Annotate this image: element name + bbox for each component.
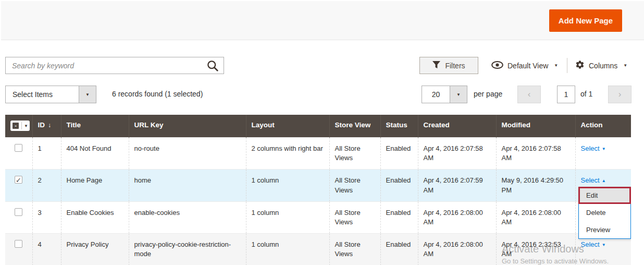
cell-title: Enable Cookies (61, 201, 129, 233)
cell-layout: 1 column (246, 234, 329, 265)
column-header-layout[interactable]: Layout (246, 115, 329, 138)
add-new-page-button[interactable]: Add New Page (549, 9, 622, 32)
column-header-created[interactable]: Created (418, 115, 496, 138)
indeterminate-checkbox-icon: - (13, 123, 19, 129)
keyword-search-box (5, 57, 224, 74)
row-action-select[interactable]: Select▼ (581, 144, 606, 152)
cell-id: 3 (32, 201, 61, 233)
mass-action-label: Select Items (6, 86, 79, 103)
cell-status: Enabled (380, 138, 418, 170)
column-header-store-view[interactable]: Store View (329, 115, 380, 138)
cell-title: 404 Not Found (61, 138, 129, 170)
table-row-selected: 2 Home Page home 1 column All Store View… (5, 170, 631, 201)
per-page-value: 20 (422, 86, 450, 103)
chevron-down-icon: ▼ (450, 86, 467, 103)
search-icon[interactable] (207, 60, 218, 74)
filter-funnel-icon (432, 61, 440, 70)
cell-modified: Apr 4, 2016 2:32:53 AM (496, 234, 575, 265)
cell-modified: May 9, 2016 4:29:50 PM (496, 170, 575, 201)
filters-label: Filters (445, 62, 465, 70)
cell-id: 1 (32, 138, 61, 170)
sort-desc-icon: ↓ (48, 122, 51, 129)
chevron-down-icon: ▼ (554, 63, 558, 68)
cell-url-key: home (129, 170, 246, 201)
gear-icon (575, 60, 585, 71)
cell-store-view: All Store Views (329, 170, 380, 201)
records-summary: 6 records found (1 selected) (112, 90, 203, 98)
filters-button[interactable]: Filters (419, 57, 478, 74)
select-all-dropdown[interactable]: - ▼ (10, 121, 30, 131)
cell-id: 4 (32, 234, 61, 265)
cell-created: Apr 4, 2016 2:08:00 AM (418, 234, 496, 265)
cell-created: Apr 4, 2016 2:08:00 AM (418, 201, 496, 233)
chevron-down-icon: ▼ (602, 147, 606, 151)
cell-store-view: All Store Views (329, 201, 380, 233)
row-checkbox-checked[interactable] (15, 176, 22, 184)
columns-label: Columns (589, 62, 617, 70)
column-header-title[interactable]: Title (61, 115, 129, 138)
table-row: 1 404 Not Found no-route 2 columns with … (5, 138, 631, 170)
cell-store-view: All Store Views (329, 234, 380, 265)
cell-created: Apr 4, 2016 2:07:59 AM (418, 170, 496, 201)
per-page-dropdown[interactable]: 20 ▼ (422, 86, 467, 103)
grid-actions-row: Select Items ▼ 6 records found (1 select… (5, 86, 644, 103)
toolbar-divider (567, 58, 567, 73)
total-pages-label: of 1 (580, 90, 592, 98)
column-header-status[interactable]: Status (380, 115, 418, 138)
chevron-up-icon: ▲ (602, 178, 606, 183)
table-row: 4 Privacy Policy privacy-policy-cookie-r… (5, 234, 631, 265)
cell-url-key: privacy-policy-cookie-restriction-mode (129, 234, 246, 265)
columns-control[interactable]: Columns ▼ (575, 57, 627, 74)
column-header-action: Action (575, 115, 631, 138)
column-header-id[interactable]: ID↓ (32, 115, 61, 138)
row-action-select[interactable]: Select▼ (581, 240, 606, 248)
row-action-select-open[interactable]: Select▲ (581, 176, 606, 184)
cell-created: Apr 4, 2016 2:07:58 AM (418, 138, 496, 170)
per-page-label: per page (474, 90, 502, 98)
action-menu-item-preview[interactable]: Preview (579, 221, 630, 238)
table-row: 3 Enable Cookies enable-cookies 1 column… (5, 201, 631, 233)
grid-header-row: - ▼ ID↓ Title URL Key Layout Store View … (5, 115, 631, 138)
column-header-modified[interactable]: Modified (496, 115, 575, 138)
column-header-url-key[interactable]: URL Key (129, 115, 246, 138)
default-view-label: Default View (507, 62, 548, 70)
mass-action-dropdown[interactable]: Select Items ▼ (5, 86, 96, 103)
cell-modified: Apr 4, 2016 2:07:58 AM (496, 138, 575, 170)
grid-controls-row: Filters Default View ▼ Columns ▼ (5, 57, 644, 74)
chevron-down-icon: ▼ (602, 243, 606, 247)
cell-status: Enabled (380, 201, 418, 233)
cell-layout: 1 column (246, 170, 329, 201)
eye-icon (491, 61, 503, 70)
search-input[interactable] (6, 57, 224, 74)
previous-page-button[interactable]: ‹ (517, 86, 541, 103)
current-page-input[interactable] (557, 86, 575, 103)
cell-layout: 2 columns with right bar (246, 138, 329, 170)
row-checkbox[interactable] (15, 208, 22, 216)
default-view-control[interactable]: Default View ▼ (491, 57, 558, 74)
cell-title: Privacy Policy (61, 234, 129, 265)
cell-layout: 1 column (246, 201, 329, 233)
next-page-button[interactable]: › (608, 86, 631, 103)
cell-store-view: All Store Views (329, 138, 380, 170)
cell-id: 2 (32, 170, 61, 201)
cell-url-key: no-route (129, 138, 246, 170)
cell-status: Enabled (380, 234, 418, 265)
row-action-menu: Edit Delete Preview (578, 187, 631, 239)
action-menu-item-delete[interactable]: Delete (579, 204, 630, 221)
cms-pages-grid: - ▼ ID↓ Title URL Key Layout Store View … (5, 115, 631, 265)
cell-url-key: enable-cookies (129, 201, 246, 233)
cell-status: Enabled (380, 170, 418, 201)
row-checkbox[interactable] (15, 144, 22, 152)
chevron-down-icon: ▼ (24, 124, 28, 128)
row-checkbox[interactable] (15, 240, 22, 248)
page-header-band: Add New Page (1, 1, 644, 40)
chevron-down-icon: ▼ (623, 63, 627, 68)
action-menu-item-edit[interactable]: Edit (578, 187, 631, 204)
cell-modified: Apr 4, 2016 2:08:00 AM (496, 201, 575, 233)
cms-pages-screen: Add New Page Filters Default View ▼ (0, 0, 644, 265)
cell-title: Home Page (61, 170, 129, 201)
chevron-down-icon: ▼ (79, 86, 96, 103)
